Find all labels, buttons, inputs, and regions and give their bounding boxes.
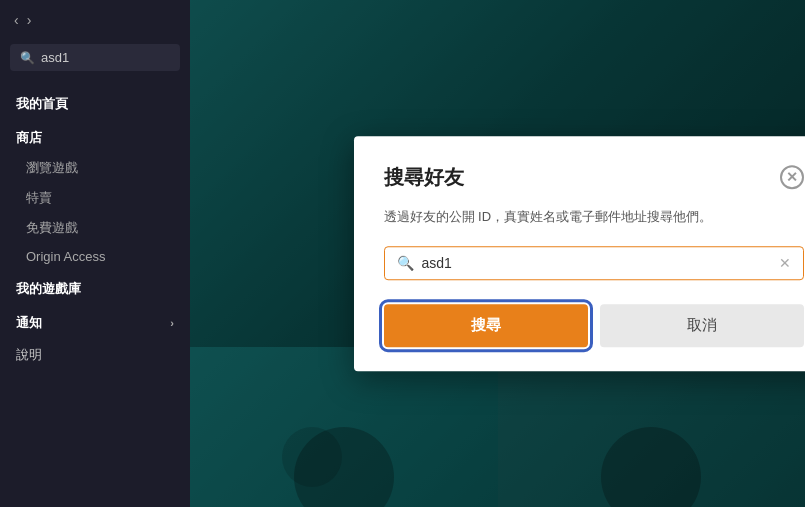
- notifications-label: 通知: [16, 314, 42, 332]
- nav-forward-button[interactable]: ›: [27, 12, 32, 28]
- sidebar-item-my-home[interactable]: 我的首頁: [0, 85, 190, 119]
- modal-search-icon: 🔍: [397, 255, 414, 271]
- modal-search-input[interactable]: [422, 255, 771, 271]
- search-friend-modal: 搜尋好友 ✕ 透過好友的公開 ID，真實姓名或電子郵件地址搜尋他們。 🔍 ✕ 搜…: [354, 136, 806, 372]
- app-container: ‹ › 🔍 asd1 我的首頁 商店 瀏覽遊戲 特賣 免費遊戲 Origin A…: [0, 0, 805, 507]
- modal-title: 搜尋好友: [384, 164, 464, 191]
- sidebar-item-help[interactable]: 說明: [0, 338, 190, 372]
- sidebar-item-browse-games[interactable]: 瀏覽遊戲: [0, 153, 190, 183]
- sidebar: ‹ › 🔍 asd1 我的首頁 商店 瀏覽遊戲 特賣 免費遊戲 Origin A…: [0, 0, 190, 507]
- notifications-arrow-icon: ›: [170, 317, 174, 329]
- search-button[interactable]: 搜尋: [384, 304, 588, 347]
- modal-search-box[interactable]: 🔍 ✕: [384, 246, 804, 280]
- sidebar-search-bar[interactable]: 🔍 asd1: [10, 44, 180, 71]
- modal-description: 透過好友的公開 ID，真實姓名或電子郵件地址搜尋他們。: [384, 207, 804, 227]
- sidebar-item-featured[interactable]: 特賣: [0, 183, 190, 213]
- modal-buttons: 搜尋 取消: [384, 304, 804, 347]
- main-content: 搜尋好友 ✕ 透過好友的公開 ID，真實姓名或電子郵件地址搜尋他們。 🔍 ✕ 搜…: [190, 0, 805, 507]
- sidebar-item-free-games[interactable]: 免費遊戲: [0, 213, 190, 243]
- nav-back-button[interactable]: ‹: [14, 12, 19, 28]
- modal-close-button[interactable]: ✕: [780, 165, 804, 189]
- sidebar-search-value: asd1: [41, 50, 69, 65]
- cancel-button[interactable]: 取消: [600, 304, 804, 347]
- modal-search-clear-icon[interactable]: ✕: [779, 255, 791, 271]
- sidebar-item-store[interactable]: 商店: [0, 119, 190, 153]
- sidebar-item-my-library[interactable]: 我的遊戲庫: [0, 270, 190, 304]
- modal-header: 搜尋好友 ✕: [384, 164, 804, 191]
- sidebar-item-notifications[interactable]: 通知 ›: [0, 304, 190, 338]
- sidebar-item-origin-access[interactable]: Origin Access: [0, 243, 190, 270]
- nav-arrows: ‹ ›: [0, 0, 190, 40]
- sidebar-search-icon: 🔍: [20, 51, 35, 65]
